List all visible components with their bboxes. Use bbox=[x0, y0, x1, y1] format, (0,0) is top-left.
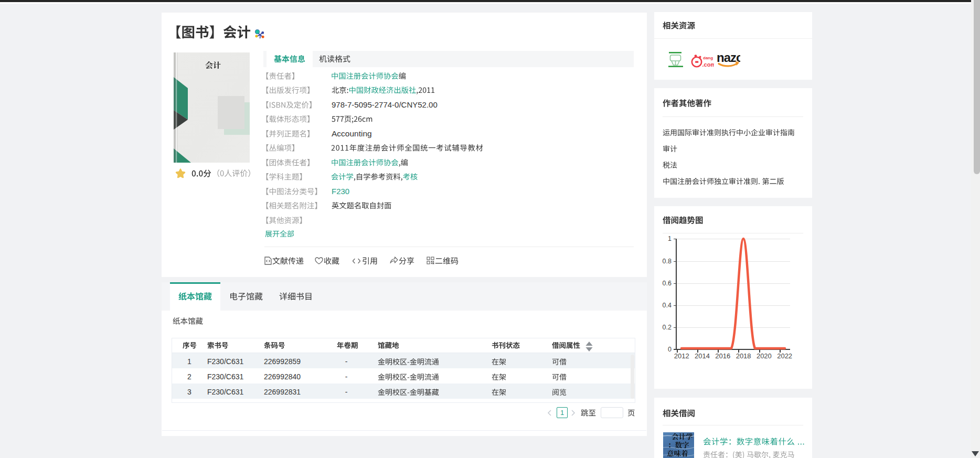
svg-text:dang: dang bbox=[703, 56, 713, 60]
svg-text:.com: .com bbox=[702, 61, 715, 68]
